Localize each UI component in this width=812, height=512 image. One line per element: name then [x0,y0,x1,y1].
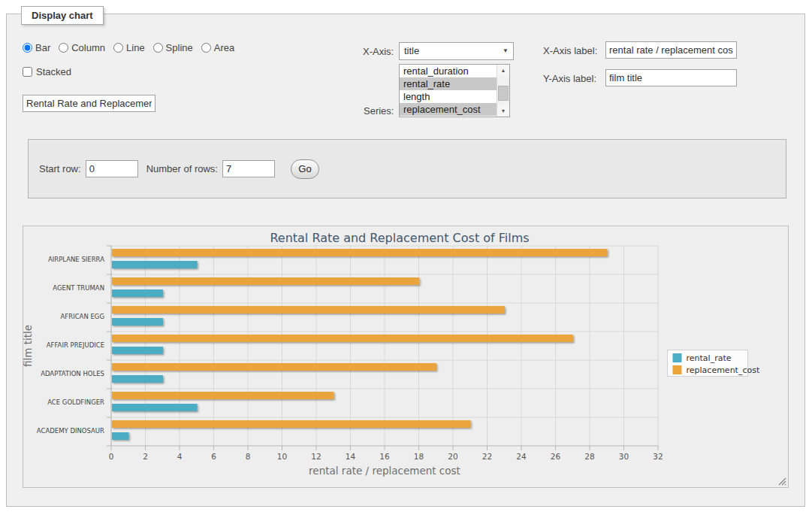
x-axis-select-value: title [404,45,419,56]
x-tick-label: 28 [584,452,594,461]
x-tick-label: 12 [311,452,321,461]
chart-type-label-area: Area [214,42,234,53]
x-tick-label: 20 [448,452,457,461]
chart-bar-replacement_cost[interactable] [112,392,334,399]
x-tick-label: 0 [109,452,114,461]
x-axis-select-label: X-Axis: [363,46,394,57]
chart-bar-rental_rate[interactable] [112,375,163,383]
category-label: AFFAIR PREJUDICE [47,341,104,349]
stacked-label: Stacked [36,66,71,77]
start-row-input[interactable] [86,160,138,177]
category-label: ACE GOLDFINGER [47,398,104,406]
chart-bar-replacement_cost[interactable] [112,277,419,285]
x-tick-label: 30 [619,452,629,461]
category-label: AGENT TRUMAN [53,284,104,292]
x-tick-label: 18 [414,452,424,461]
x-tick-label: 16 [379,452,390,461]
x-tick-label: 24 [516,452,527,461]
chart-type-radio-line[interactable] [113,43,123,53]
legend-item-rental_rate[interactable]: rental_rate [673,353,732,363]
x-axis-select[interactable]: title ▼ [399,42,514,60]
y-axis-label-input[interactable] [605,69,737,86]
series-option-length[interactable]: length [400,90,497,103]
scrollbar-up-icon[interactable]: ▲ [497,65,509,76]
svg-text:rental_rate: rental_rate [687,353,732,363]
go-button[interactable]: Go [291,159,319,179]
chart-type-radio-area[interactable] [201,43,211,53]
x-tick-label: 26 [551,452,561,461]
chart-type-label-column: Column [71,42,105,53]
chart-bar-rental_rate[interactable] [112,261,198,268]
chart-title-input[interactable] [23,95,155,112]
x-axis-title: rental rate / replacement cost [309,465,460,477]
x-tick-label: 8 [246,452,251,461]
chart-bar-replacement_cost[interactable] [112,249,608,256]
chart-type-label-spline: Spline [166,42,193,53]
chart-title: Rental Rate and Replacement Cost of Film… [270,231,529,245]
scrollbar-thumb[interactable] [498,86,509,101]
chart-bar-replacement_cost[interactable] [112,306,505,314]
series-list-scrollbar[interactable]: ▲ ▼ [497,65,509,117]
category-label: ACADEMY DINOSAUR [37,427,104,435]
legend-item-replacement_cost[interactable]: replacement_cost [673,365,760,375]
chart-bar-replacement_cost[interactable] [112,335,573,342]
chart-type-label-line: Line [126,42,145,53]
chart-type-radio-bar[interactable] [23,43,32,53]
y-axis-title: film title [23,325,34,367]
chart-bar-rental_rate[interactable] [112,404,198,411]
chart: Rental Rate and Replacement Cost of Film… [23,226,788,486]
chart-type-radio-spline[interactable] [153,43,163,53]
series-option-rental_rate[interactable]: rental_rate [400,77,497,90]
stacked-row: Stacked [23,66,71,77]
chart-bar-rental_rate[interactable] [112,432,129,440]
series-list-label: Series: [364,105,394,117]
category-label: AFRICAN EGG [61,313,104,320]
x-tick-label: 22 [482,452,492,461]
dropdown-arrow-icon: ▼ [503,48,509,54]
chart-type-radio-column[interactable] [59,43,68,53]
x-tick-label: 10 [277,452,287,461]
stacked-checkbox[interactable] [23,67,32,77]
chart-container: Rental Rate and Replacement Cost of Film… [23,226,789,488]
chart-bar-rental_rate[interactable] [112,289,163,297]
x-tick-label: 32 [653,452,663,461]
chart-type-label-bar: Bar [35,42,50,53]
svg-text:replacement_cost: replacement_cost [687,365,760,375]
scrollbar-down-icon[interactable]: ▼ [497,105,509,117]
x-tick-label: 4 [177,452,183,461]
page: Display chart BarColumnLineSplineArea St… [0,0,812,512]
x-tick-label: 2 [143,452,148,461]
chart-bar-rental_rate[interactable] [112,347,163,354]
x-axis-label-field-label: X-Axis label: [543,45,597,56]
y-axis-label-field-label: Y-Axis label: [543,73,596,84]
x-tick-label: 14 [346,452,356,461]
resize-handle-icon[interactable] [778,477,786,486]
category-label: ADAPTATION HOLES [41,370,104,377]
num-rows-label: Number of rows: [146,163,218,174]
series-listbox[interactable]: rental_durationrental_ratelengthreplacem… [399,64,510,117]
x-axis-label-input[interactable] [605,41,737,59]
start-row-label: Start row: [39,163,81,174]
chart-bar-replacement_cost[interactable] [112,363,436,371]
category-label: AIRPLANE SIERRA [48,256,104,263]
series-option-replacement_cost[interactable]: replacement_cost [400,103,497,116]
chart-bar-rental_rate[interactable] [112,318,163,326]
chart-bar-replacement_cost[interactable] [112,420,471,428]
chart-type-radio-group: BarColumnLineSplineArea [23,42,240,53]
series-option-rental_duration[interactable]: rental_duration [400,65,497,77]
num-rows-input[interactable] [222,160,275,177]
x-tick-label: 6 [211,452,216,461]
rows-box: Start row: Number of rows: Go [28,139,786,198]
panel-title: Display chart [21,6,104,25]
